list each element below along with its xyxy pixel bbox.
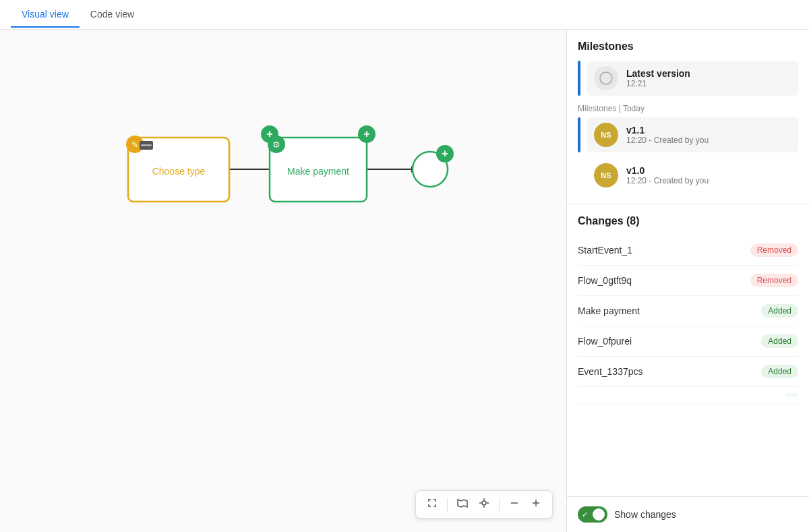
active-bar — [578, 61, 580, 96]
svg-text:⚙: ⚙ — [272, 140, 280, 150]
ns-avatar-v10: NS — [594, 163, 618, 187]
status-badge-0: Removed — [750, 243, 798, 257]
zoom-in-button[interactable] — [527, 495, 545, 514]
milestone-date: Milestones | Today — [578, 104, 798, 113]
change-item-4: Event_1337pcs Added — [578, 357, 798, 387]
show-changes-label: Show changes — [614, 509, 676, 520]
diagram-svg: ✎ Choose type + ⚙ Make payment + — [0, 30, 553, 502]
make-payment-node[interactable]: ⚙ Make payment — [268, 136, 367, 202]
latest-version-time: 12:21 — [626, 79, 690, 88]
svg-point-20 — [482, 501, 486, 505]
milestones-section: Milestones Latest version 12:21 Mil — [567, 30, 809, 204]
main-area: ✎ Choose type + ⚙ Make payment + — [0, 30, 809, 532]
canvas-toolbar — [415, 490, 553, 519]
status-badge-4: Added — [761, 365, 798, 378]
svg-point-28 — [600, 72, 612, 84]
latest-version-label: Latest version — [626, 68, 690, 79]
status-badge-2: Added — [761, 304, 798, 318]
choose-type-node[interactable]: ✎ Choose type — [126, 136, 229, 202]
svg-text:+: + — [363, 128, 369, 140]
status-badge-5 — [785, 393, 798, 397]
tab-code[interactable]: Code view — [80, 2, 145, 28]
top-tabs: Visual view Code view — [0, 0, 809, 30]
change-item-5 — [578, 387, 798, 404]
changes-title: Changes (8) — [578, 215, 798, 227]
ns-avatar-v11: NS — [594, 123, 618, 147]
svg-text:✎: ✎ — [131, 140, 138, 150]
toolbar-divider — [447, 498, 448, 511]
milestones-title: Milestones — [578, 40, 798, 53]
svg-rect-7 — [141, 144, 152, 146]
v11-detail: 12:20 - Created by you — [626, 136, 709, 145]
map-button[interactable] — [453, 495, 472, 514]
right-panel: Milestones Latest version 12:21 Mil — [566, 30, 809, 532]
svg-text:+: + — [442, 148, 448, 159]
toolbar-divider-2 — [499, 498, 500, 511]
change-item-0: StartEvent_1 Removed — [578, 235, 798, 266]
changes-section: Changes (8) StartEvent_1 Removed Flow_0g… — [567, 204, 809, 496]
change-item-3: Flow_0fpurei Added — [578, 326, 798, 357]
latest-icon — [594, 66, 618, 90]
status-badge-1: Removed — [750, 274, 798, 287]
change-item-2: Make payment Added — [578, 296, 798, 326]
show-changes-toggle[interactable]: ✓ — [578, 506, 607, 523]
change-item-1: Flow_0gtft9q Removed — [578, 266, 798, 296]
toggle-track: ✓ — [578, 506, 607, 523]
status-badge-3: Added — [761, 334, 798, 348]
v10-detail: 12:20 - Created by you — [626, 176, 709, 185]
svg-text:Make payment: Make payment — [287, 166, 349, 177]
v10-label: v1.0 — [626, 165, 709, 176]
svg-text:Choose type: Choose type — [152, 166, 206, 177]
v10-bar-spacer — [578, 158, 580, 193]
expand-button[interactable] — [423, 495, 442, 514]
v11-label: v1.1 — [626, 125, 709, 136]
tab-visual[interactable]: Visual view — [11, 2, 80, 28]
show-changes-bar: ✓ Show changes — [567, 496, 809, 532]
canvas-area: ✎ Choose type + ⚙ Make payment + — [0, 30, 566, 532]
crosshair-button[interactable] — [475, 495, 493, 514]
zoom-out-button[interactable] — [505, 495, 524, 514]
v11-bar — [578, 117, 580, 152]
